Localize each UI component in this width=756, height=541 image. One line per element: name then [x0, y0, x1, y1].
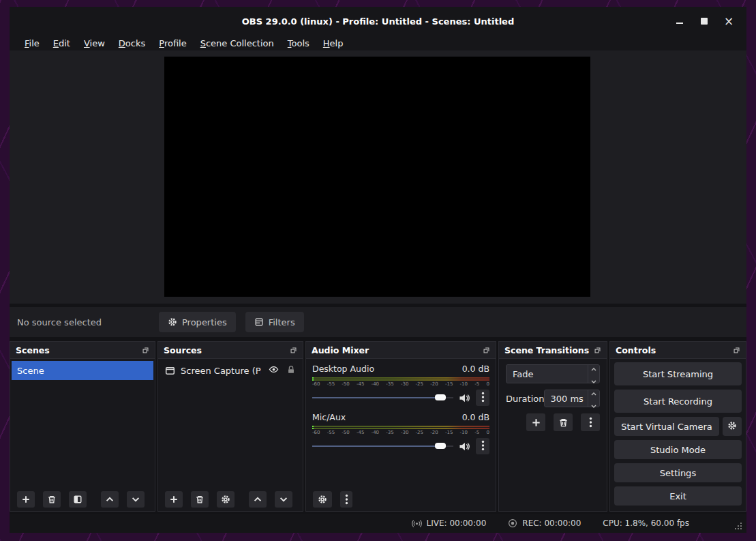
- scene-move-up-button[interactable]: [101, 491, 119, 508]
- meter-tick-label: -60: [312, 381, 320, 388]
- gear-icon: [727, 421, 737, 433]
- chevron-down-icon: [279, 495, 288, 504]
- menu-edit[interactable]: Edit: [46, 37, 77, 50]
- kebab-icon: [481, 392, 485, 405]
- remove-transition-button[interactable]: [554, 413, 573, 431]
- volume-slider[interactable]: [312, 438, 453, 454]
- remove-scene-button[interactable]: [43, 491, 61, 508]
- sources-dock: Sources Screen Capture (Pi: [157, 341, 303, 512]
- menu-file[interactable]: File: [18, 37, 46, 50]
- source-list-item[interactable]: Screen Capture (Pi: [160, 361, 301, 380]
- source-toolbar: No source selected Properties Filters: [10, 307, 746, 337]
- remove-source-button[interactable]: [191, 491, 209, 508]
- source-properties-button[interactable]: [217, 491, 235, 508]
- mixer-options-button[interactable]: [340, 491, 352, 508]
- dock-popout-icon[interactable]: [290, 347, 297, 354]
- add-transition-button[interactable]: [526, 413, 545, 431]
- volume-slider-handle[interactable]: [435, 443, 446, 449]
- window-title: OBS 29.0.0 (linux) - Profile: Untitled -…: [10, 7, 746, 35]
- meter-tick-label: 0: [486, 430, 489, 436]
- rec-timer: REC: 00:00:00: [522, 518, 581, 528]
- close-icon: ×: [724, 16, 734, 27]
- start-recording-button[interactable]: Start Recording: [614, 390, 742, 413]
- studio-mode-button[interactable]: Studio Mode: [614, 440, 742, 459]
- meter-tick-label: -40: [372, 430, 379, 436]
- dock-popout-icon[interactable]: [594, 347, 601, 354]
- source-status-text: No source selected: [17, 317, 159, 327]
- volume-slider[interactable]: [312, 390, 453, 406]
- meter-tick-label: -35: [386, 430, 393, 436]
- eye-icon: [269, 364, 279, 377]
- meter-tick-label: -15: [445, 381, 453, 388]
- menu-profile[interactable]: Profile: [152, 37, 193, 50]
- channel-options-button[interactable]: [476, 438, 489, 454]
- transitions-body: Fade Duration 300 ms: [499, 359, 607, 511]
- source-move-down-button[interactable]: [275, 491, 292, 508]
- source-move-up-button[interactable]: [249, 491, 267, 508]
- settings-button[interactable]: Settings: [614, 463, 742, 482]
- speaker-icon[interactable]: [459, 393, 470, 403]
- channel-level: 0.0 dB: [462, 364, 489, 376]
- start-streaming-button[interactable]: Start Streaming: [614, 362, 742, 385]
- scene-list-item[interactable]: Scene: [12, 361, 153, 380]
- display-capture-icon: [165, 366, 175, 376]
- trash-icon: [195, 495, 205, 504]
- resize-grip[interactable]: [735, 521, 743, 529]
- minimize-icon: [676, 23, 683, 24]
- scenes-list: Scene: [10, 359, 155, 488]
- maximize-icon: [701, 18, 708, 25]
- transitions-header: Scene Transitions: [499, 342, 607, 359]
- dock-popout-icon[interactable]: [142, 347, 149, 354]
- duration-spinbox[interactable]: 300 ms: [544, 390, 600, 407]
- advanced-audio-button[interactable]: [313, 491, 332, 508]
- channel-options-button[interactable]: [476, 390, 489, 406]
- minimize-button[interactable]: [674, 16, 685, 27]
- meter-tick-label: -25: [416, 381, 423, 388]
- meter-tick-label: -15: [445, 430, 453, 436]
- select-spinner[interactable]: [588, 365, 599, 383]
- properties-label: Properties: [182, 317, 227, 327]
- meter-tick-label: -30: [401, 430, 408, 436]
- sources-dock-title: Sources: [164, 345, 290, 355]
- sources-toolbar: [158, 488, 303, 511]
- add-scene-button[interactable]: [17, 491, 35, 508]
- sources-dock-header: Sources: [158, 342, 303, 359]
- scene-filters-button[interactable]: [69, 491, 87, 508]
- trash-icon: [47, 495, 57, 504]
- scenes-dock-header: Scenes: [10, 342, 155, 359]
- menu-tools[interactable]: Tools: [281, 37, 316, 50]
- preview-canvas[interactable]: [164, 57, 590, 297]
- scene-item-label: Scene: [17, 366, 44, 376]
- properties-button[interactable]: Properties: [159, 312, 236, 332]
- dock-popout-icon[interactable]: [483, 347, 490, 354]
- titlebar[interactable]: OBS 29.0.0 (linux) - Profile: Untitled -…: [10, 7, 746, 35]
- docks-row: Scenes Scene: [10, 341, 746, 512]
- volume-slider-handle[interactable]: [435, 394, 446, 400]
- trash-icon: [558, 418, 569, 428]
- spin-down-icon: [591, 400, 596, 410]
- exit-button[interactable]: Exit: [614, 486, 742, 506]
- menu-view[interactable]: View: [77, 37, 112, 50]
- audio-mixer-body: Desktop Audio 0.0 dB -60 -55 -50 -45 -40…: [306, 359, 496, 488]
- transition-select[interactable]: Fade: [506, 364, 600, 383]
- duration-spinner[interactable]: [588, 390, 599, 407]
- chevron-down-icon: [131, 495, 140, 504]
- duration-label: Duration: [506, 394, 544, 404]
- add-source-button[interactable]: [165, 491, 183, 508]
- transition-options-button[interactable]: [581, 413, 600, 431]
- source-visibility-button[interactable]: [269, 364, 279, 377]
- speaker-icon[interactable]: [459, 441, 470, 452]
- source-lock-button[interactable]: [286, 365, 296, 377]
- virtual-camera-settings-button[interactable]: [723, 417, 742, 436]
- menu-docks[interactable]: Docks: [112, 37, 152, 50]
- menu-help[interactable]: Help: [316, 37, 350, 50]
- maximize-button[interactable]: [699, 16, 710, 27]
- close-button[interactable]: ×: [723, 16, 734, 27]
- menu-scene-collection[interactable]: Scene Collection: [194, 37, 281, 50]
- source-item-label: Screen Capture (Pi: [181, 366, 261, 376]
- filters-button[interactable]: Filters: [245, 312, 304, 332]
- virtual-camera-row: Start Virtual Camera: [614, 417, 742, 436]
- dock-popout-icon[interactable]: [733, 347, 740, 354]
- start-virtual-camera-button[interactable]: Start Virtual Camera: [614, 417, 719, 436]
- scene-move-down-button[interactable]: [127, 491, 145, 508]
